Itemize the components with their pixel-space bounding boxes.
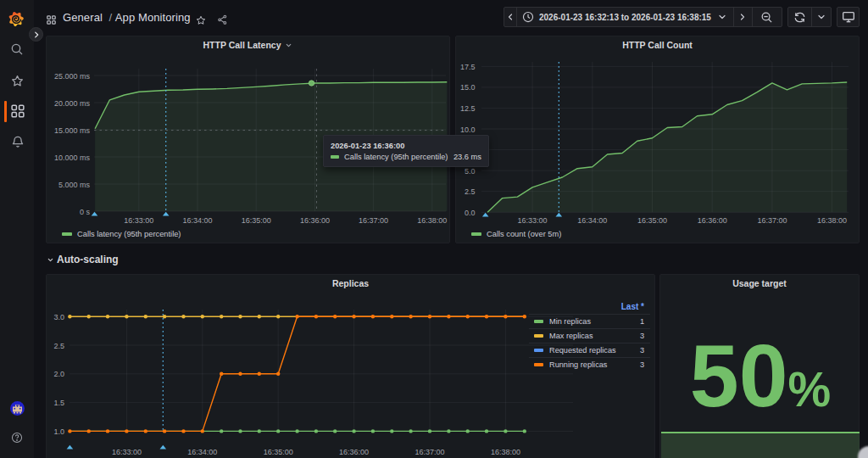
- svg-text:16:38:00: 16:38:00: [417, 216, 447, 225]
- svg-text:16:34:00: 16:34:00: [187, 448, 217, 456]
- svg-text:12.5: 12.5: [460, 104, 476, 113]
- svg-text:16:38:00: 16:38:00: [491, 448, 520, 456]
- svg-text:2.0: 2.0: [53, 370, 64, 378]
- svg-text:16:36:00: 16:36:00: [698, 216, 727, 225]
- svg-text:16:36:00: 16:36:00: [300, 216, 330, 225]
- svg-text:10.000 ms: 10.000 ms: [54, 154, 91, 162]
- svg-text:16:34:00: 16:34:00: [577, 216, 607, 225]
- svg-text:16:35:00: 16:35:00: [242, 216, 271, 225]
- svg-text:16:34:00: 16:34:00: [182, 216, 212, 225]
- svg-text:16:37:00: 16:37:00: [415, 448, 444, 456]
- svg-text:5.000 ms: 5.000 ms: [58, 181, 91, 189]
- svg-text:16:33:00: 16:33:00: [124, 216, 153, 225]
- svg-text:2.5: 2.5: [465, 187, 476, 196]
- svg-text:20.000 ms: 20.000 ms: [54, 99, 91, 108]
- svg-text:3.0: 3.0: [53, 313, 64, 321]
- svg-text:16:35:00: 16:35:00: [637, 216, 667, 225]
- svg-text:16:33:00: 16:33:00: [112, 448, 142, 456]
- svg-text:0 s: 0 s: [80, 208, 91, 216]
- svg-text:25.000 ms: 25.000 ms: [54, 72, 91, 81]
- svg-text:10.0: 10.0: [460, 126, 476, 134]
- svg-text:16:37:00: 16:37:00: [359, 216, 388, 225]
- svg-text:17.5: 17.5: [460, 63, 476, 71]
- svg-text:2.5: 2.5: [53, 342, 64, 350]
- svg-text:16:36:00: 16:36:00: [339, 448, 369, 456]
- svg-text:16:38:00: 16:38:00: [817, 216, 847, 225]
- svg-text:16:35:00: 16:35:00: [264, 448, 293, 456]
- svg-text:15.000 ms: 15.000 ms: [54, 126, 91, 135]
- svg-text:1.0: 1.0: [53, 427, 64, 436]
- svg-text:16:33:00: 16:33:00: [518, 216, 548, 225]
- svg-text:16:37:00: 16:37:00: [757, 216, 787, 225]
- svg-text:5.0: 5.0: [465, 167, 476, 176]
- svg-text:0.0: 0.0: [465, 209, 476, 217]
- svg-text:15.0: 15.0: [460, 83, 476, 92]
- svg-text:1.5: 1.5: [53, 399, 64, 407]
